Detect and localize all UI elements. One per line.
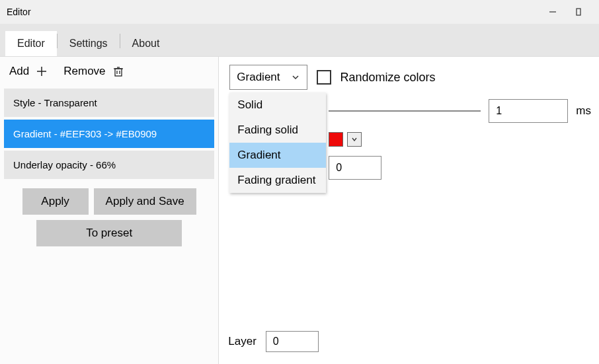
layer-row: Layer — [228, 331, 319, 352]
layer-label: Layer — [228, 335, 257, 348]
main-split: Add Remove Style - T — [0, 57, 599, 364]
add-label: Add — [9, 65, 29, 78]
color-dropdown-button[interactable] — [347, 132, 362, 147]
remove-label: Remove — [63, 65, 105, 78]
duration-row: ms — [329, 99, 591, 123]
duration-unit: ms — [576, 104, 591, 118]
combo-value: Gradient — [237, 71, 280, 84]
tab-about[interactable]: About — [120, 31, 172, 56]
apply-button[interactable]: Apply — [22, 188, 89, 215]
minimize-button[interactable] — [539, 0, 566, 24]
dropdown-item-gradient[interactable]: Gradient — [229, 143, 326, 168]
add-button[interactable]: Add — [9, 65, 48, 78]
duration-slider[interactable] — [329, 110, 481, 112]
titlebar: Editor — [0, 0, 599, 24]
list-item-gradient[interactable]: Gradient - #EEF303 -> #EB0909 — [4, 120, 214, 148]
list-item-style[interactable]: Style - Transparent — [4, 89, 214, 117]
maximize-button[interactable] — [566, 0, 592, 24]
tab-editor[interactable]: Editor — [5, 31, 57, 56]
to-preset-button[interactable]: To preset — [36, 220, 182, 246]
left-toolbar: Add Remove — [0, 57, 218, 89]
tabs-bar: Editor Settings About — [0, 24, 599, 57]
dropdown-item-fading-gradient[interactable]: Fading gradient — [229, 168, 326, 193]
minimize-icon — [549, 8, 557, 16]
duration-input[interactable] — [489, 99, 568, 123]
list-item-underlay-opacity[interactable]: Underlay opacity - 66% — [4, 151, 214, 179]
maximize-icon — [576, 8, 582, 16]
dropdown-item-solid[interactable]: Solid — [229, 92, 326, 118]
window-title: Editor — [7, 7, 31, 17]
layer-list: Style - Transparent Gradient - #EEF303 -… — [0, 89, 218, 182]
numeric-input[interactable] — [329, 156, 381, 180]
tab-settings[interactable]: Settings — [58, 31, 120, 56]
dropdown-item-fading-solid[interactable]: Fading solid — [229, 118, 326, 143]
chevron-down-icon — [291, 73, 300, 82]
apply-and-save-button[interactable]: Apply and Save — [94, 188, 196, 215]
remove-button[interactable]: Remove — [63, 65, 124, 78]
left-buttons: Apply Apply and Save To preset — [0, 182, 218, 253]
type-combo[interactable]: Gradient — [229, 65, 307, 90]
color-row — [329, 132, 591, 147]
trash-icon — [112, 65, 124, 77]
type-dropdown: Solid Fading solid Gradient Fading gradi… — [229, 92, 326, 193]
randomize-label: Randomize colors — [340, 71, 436, 85]
chevron-down-icon — [351, 136, 358, 143]
svg-rect-4 — [115, 69, 122, 76]
plus-icon — [36, 65, 48, 77]
left-pane: Add Remove Style - T — [0, 57, 219, 364]
color-chip[interactable] — [329, 132, 343, 147]
layer-input[interactable] — [266, 331, 319, 352]
right-pane: Gradient Randomize colors ms Solid — [219, 57, 599, 364]
svg-rect-1 — [577, 9, 580, 15]
randomize-checkbox[interactable] — [317, 70, 331, 85]
numeric-row — [329, 156, 591, 180]
type-row: Gradient Randomize colors — [229, 65, 591, 90]
